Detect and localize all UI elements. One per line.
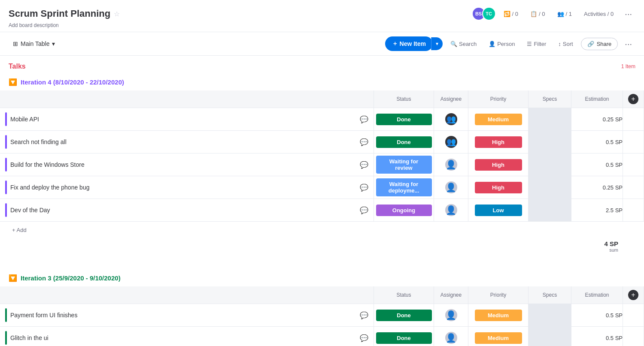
- assignee-avatar-empty[interactable]: 👤: [445, 204, 457, 216]
- add-col-cell: [623, 131, 644, 153]
- status-cell: Done: [374, 131, 434, 153]
- star-icon[interactable]: ☆: [114, 10, 120, 18]
- task-color-bar: [5, 203, 7, 217]
- estimation-cell: 0.5 SP: [571, 304, 623, 327]
- board-description[interactable]: Add board description: [9, 22, 635, 28]
- avatar-teal[interactable]: TC: [482, 7, 496, 21]
- person-button[interactable]: 👤 Person: [484, 38, 519, 50]
- estimation-cell: 0.5 SP: [571, 131, 623, 153]
- add-col-cell: [623, 108, 644, 131]
- add-col-cell: [623, 153, 644, 176]
- share-button[interactable]: 🔗 Share: [581, 38, 618, 50]
- status-badge[interactable]: Waiting for review: [376, 156, 432, 174]
- specs-cell: [529, 199, 571, 222]
- new-item-button[interactable]: ＋ New Item: [385, 36, 433, 51]
- iter4-sum-row: 4 SP sum: [0, 238, 644, 259]
- comment-icon[interactable]: 💬: [360, 115, 368, 123]
- status-badge[interactable]: Waiting for deployme...: [376, 178, 432, 196]
- status-badge[interactable]: Done: [376, 332, 432, 344]
- assignee-avatar-empty[interactable]: 👤: [445, 332, 457, 344]
- iteration4-toggle[interactable]: 🔽: [9, 78, 17, 86]
- activities-stat[interactable]: Activities / 0: [580, 9, 618, 19]
- add-col-cell: [623, 327, 644, 346]
- main-table-button[interactable]: ⊞ Main Table ▾: [9, 38, 59, 50]
- status-cell: Ongoing: [374, 199, 434, 222]
- comment-icon[interactable]: 💬: [360, 161, 368, 169]
- status-cell: Waiting for review: [374, 153, 434, 176]
- activities-label: Activities / 0: [584, 11, 614, 17]
- assignee-cell: 👤: [434, 153, 468, 176]
- assignee-avatar[interactable]: 👥: [445, 136, 457, 148]
- iteration3-table-container: Status Assignee Priority Specs Estimatio…: [0, 286, 644, 346]
- status-badge[interactable]: Done: [376, 310, 432, 321]
- filter-label: Filter: [534, 41, 546, 47]
- specs-cell: [529, 153, 571, 176]
- status-badge[interactable]: Done: [376, 136, 432, 148]
- col-add-4: +: [623, 90, 644, 108]
- sort-button[interactable]: ↕ Sort: [554, 38, 577, 50]
- task-name: Fix and deploy the phone bug: [10, 184, 356, 191]
- integrations-stat[interactable]: 📋 / 0: [526, 9, 549, 19]
- person-label: Person: [497, 41, 515, 47]
- add-col-cell: [623, 304, 644, 327]
- search-label: Search: [459, 41, 477, 47]
- comment-icon[interactable]: 💬: [360, 138, 368, 146]
- automations-value: / 0: [512, 11, 518, 17]
- assignee-avatar-empty[interactable]: 👤: [445, 309, 457, 321]
- priority-cell: Medium: [468, 304, 529, 327]
- members-stat[interactable]: 👥 / 1: [553, 9, 576, 19]
- col-specs-3: Specs: [529, 286, 571, 304]
- search-button[interactable]: 🔍 Search: [446, 38, 481, 50]
- status-badge[interactable]: Done: [376, 114, 432, 125]
- plus-icon: ＋: [392, 40, 398, 48]
- status-cell: Done: [374, 304, 434, 327]
- task-cell: Build for the Windows Store 💬: [0, 153, 374, 176]
- new-item-arrow-button[interactable]: ▾: [431, 37, 443, 50]
- priority-badge[interactable]: Low: [475, 205, 522, 216]
- task-cell: Glitch in the ui 💬: [0, 327, 374, 346]
- specs-cell: [529, 304, 571, 327]
- add-col-cell: [623, 199, 644, 222]
- priority-badge[interactable]: Medium: [475, 310, 522, 321]
- specs-cell: [529, 327, 571, 346]
- comment-icon[interactable]: 💬: [360, 334, 368, 342]
- header: Scrum Sprint Planning ☆ BS TC 🔁 / 0 📋 / …: [0, 0, 644, 32]
- priority-badge[interactable]: Medium: [475, 114, 522, 125]
- status-badge[interactable]: Ongoing: [376, 205, 432, 216]
- header-more-button[interactable]: ···: [621, 7, 635, 21]
- task-color-bar: [5, 112, 7, 126]
- status-cell: Waiting for deployme...: [374, 176, 434, 199]
- comment-icon[interactable]: 💬: [360, 311, 368, 319]
- estimation-cell: 0.5 SP: [571, 153, 623, 176]
- iteration4-header: 🔽 Iteration 4 (8/10/2020 - 22/10/2020): [0, 74, 644, 90]
- members-icon: 👥: [557, 11, 564, 17]
- add-column-button[interactable]: +: [628, 290, 638, 300]
- priority-badge[interactable]: High: [475, 159, 522, 171]
- comment-icon[interactable]: 💬: [360, 184, 368, 192]
- iteration4-table: Status Assignee Priority Specs Estimatio…: [0, 90, 644, 222]
- task-row-content: Fix and deploy the phone bug 💬: [5, 181, 368, 194]
- assignee-cell: 👤: [434, 176, 468, 199]
- task-name: Glitch in the ui: [10, 334, 356, 341]
- assignee-avatar-empty[interactable]: 👤: [445, 159, 457, 171]
- toolbar-more-button[interactable]: ···: [621, 37, 635, 51]
- comment-icon[interactable]: 💬: [360, 206, 368, 214]
- col-estimation-3: Estimation: [571, 286, 623, 304]
- automations-stat[interactable]: 🔁 / 0: [499, 9, 522, 19]
- specs-cell: [529, 176, 571, 199]
- iteration3-toggle[interactable]: 🔽: [9, 274, 17, 282]
- priority-badge[interactable]: Medium: [475, 332, 522, 344]
- sort-label: Sort: [563, 41, 573, 47]
- priority-badge[interactable]: High: [475, 182, 522, 193]
- assignee-avatar-empty[interactable]: 👤: [445, 181, 457, 193]
- add-column-button[interactable]: +: [628, 94, 638, 104]
- integrations-icon: 📋: [530, 11, 537, 17]
- assignee-cell: 👥: [434, 131, 468, 153]
- filter-button[interactable]: ☰ Filter: [522, 38, 550, 50]
- priority-badge[interactable]: High: [475, 136, 522, 148]
- priority-cell: High: [468, 176, 529, 199]
- iter4-add-button[interactable]: + Add: [9, 225, 30, 235]
- priority-cell: Medium: [468, 108, 529, 131]
- assignee-avatar[interactable]: 👥: [445, 113, 457, 125]
- avatar-group: BS TC: [472, 7, 496, 21]
